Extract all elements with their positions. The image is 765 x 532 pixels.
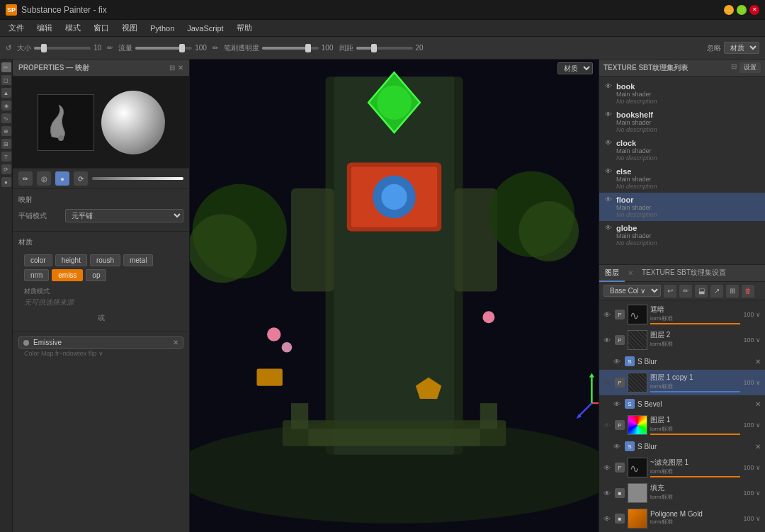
tool-select[interactable]: ◈: [1, 101, 11, 111]
layer-name-blur1: S Blur: [638, 358, 752, 366]
tab-layers[interactable]: 图层: [599, 265, 625, 282]
menu-mode[interactable]: 模式: [60, 21, 86, 35]
swatch-metal[interactable]: metal: [123, 254, 153, 266]
menu-file[interactable]: 文件: [3, 21, 30, 35]
eye-icon-floor[interactable]: 👁: [605, 196, 612, 203]
tool-text[interactable]: T: [1, 152, 11, 162]
minimize-button[interactable]: —: [724, 5, 734, 15]
layer-item-blur1[interactable]: 👁 S S Blur ✕: [599, 353, 765, 370]
tool-paint[interactable]: ✏: [1, 62, 11, 72]
size-slider[interactable]: 10: [34, 44, 101, 52]
menu-window[interactable]: 窗口: [88, 21, 115, 35]
tool-btn-circle[interactable]: ◎: [37, 171, 51, 186]
eye-icon-bookshelf[interactable]: 👁: [605, 111, 612, 118]
swatch-nrm[interactable]: nrm: [24, 269, 49, 281]
layer-eye-1[interactable]: 👁: [604, 421, 612, 429]
texset-book-desc: No description: [616, 98, 759, 105]
spacing-slider[interactable]: 20: [356, 44, 424, 52]
properties-lock-icon[interactable]: ⊟: [169, 64, 175, 72]
layer-eye-blur2[interactable]: 👁: [613, 443, 622, 451]
swatch-height[interactable]: height: [55, 254, 87, 266]
effect-close-blur1[interactable]: ✕: [755, 358, 761, 366]
flow-slider[interactable]: 100: [135, 44, 207, 52]
layer-item-copy1[interactable]: 👁 P 图层 1 copy 1 lorm标准 100 ∨: [599, 370, 765, 395]
tab-texset-settings[interactable]: TEXTURE SBT纹理集设置: [636, 265, 732, 282]
tool-icons-row: ✏ ◎ ● ⟳: [13, 169, 189, 189]
eye-icon-clock[interactable]: 👁: [605, 139, 612, 147]
tool-clone[interactable]: ⊕: [1, 126, 11, 136]
tool-fill[interactable]: ▲: [1, 88, 11, 98]
swatch-emiss[interactable]: emiss: [52, 269, 83, 281]
flat-mode-select[interactable]: 元平铺: [65, 209, 183, 222]
layers-duplicate-btn[interactable]: ⊞: [726, 285, 739, 298]
layer-item-fill[interactable]: 👁 ■ 填充 lorm标准 100 ∨: [599, 480, 765, 506]
layer-item-zhezan[interactable]: 👁 P ∿ 遮暗 lorm标准 100 ∨: [599, 302, 765, 327]
tool-opacity-slider[interactable]: [92, 177, 183, 180]
layer-eye-fill[interactable]: 👁: [604, 489, 612, 497]
texset-item-else[interactable]: 👁 else Main shader No description: [599, 164, 765, 193]
layers-delete-btn[interactable]: 🗑: [742, 285, 754, 298]
tool-btn-refresh[interactable]: ⟳: [74, 171, 88, 186]
layer-mode-copy1: lorm标准: [650, 383, 740, 390]
layers-group-btn[interactable]: ↗: [710, 285, 723, 298]
swatch-roush[interactable]: roush: [90, 254, 120, 266]
menu-help[interactable]: 帮助: [231, 21, 258, 35]
tool-3d[interactable]: ●: [1, 177, 11, 187]
layer-item-bevel[interactable]: 👁 S S Bevel ✕: [599, 395, 765, 412]
viewport: 材质: [190, 60, 599, 532]
menu-python[interactable]: Python: [144, 23, 180, 34]
layers-channel-select[interactable]: Base Col ∨: [604, 285, 661, 297]
layer-eye-filter1[interactable]: 👁: [604, 464, 612, 472]
layer-item-1[interactable]: 👁 P 图层 1 lorm标准 100 ∨: [599, 412, 765, 438]
layers-add-paint-btn[interactable]: ↩: [664, 285, 676, 298]
mat-type-select[interactable]: 材质: [724, 42, 759, 54]
pen-trans-slider[interactable]: 100: [262, 44, 334, 52]
eye-icon-globe[interactable]: 👁: [605, 224, 612, 232]
eye-icon-else[interactable]: 👁: [605, 167, 612, 175]
layer-eye-gold[interactable]: 👁: [604, 515, 612, 523]
layer-item-filter1[interactable]: 👁 F ∿ ~滤充图层 1 lorm标准 100 ∨: [599, 455, 765, 480]
tool-erase[interactable]: ◻: [1, 75, 11, 85]
effect-close-blur2[interactable]: ✕: [755, 443, 761, 451]
menu-javascript[interactable]: JavaScript: [181, 23, 229, 34]
swatch-color[interactable]: color: [24, 254, 52, 266]
emissive-close-icon[interactable]: ✕: [173, 339, 178, 346]
layer-item-blur2[interactable]: 👁 S S Blur ✕: [599, 438, 765, 455]
texset-item-bookshelf[interactable]: 👁 bookshelf Main shader No description: [599, 108, 765, 136]
layer-eye-copy1[interactable]: 👁: [604, 379, 612, 387]
layer-item-gold[interactable]: 👁 ■ Poligone M Gold lorm标准 100 ∨: [599, 506, 765, 531]
close-button[interactable]: ✕: [749, 5, 759, 15]
tool-btn-pencil[interactable]: ✏: [18, 171, 33, 186]
viewport-mat-select[interactable]: 材质: [557, 62, 593, 74]
layer-name-gold: Poligone M Gold: [650, 510, 740, 518]
eye-icon-book[interactable]: 👁: [605, 82, 612, 90]
texset-item-clock[interactable]: 👁 clock Main shader No description: [599, 136, 765, 164]
effect-close-bevel[interactable]: ✕: [755, 400, 761, 408]
layers-add-btn[interactable]: ⬓: [695, 285, 708, 298]
tool-smudge[interactable]: ∿: [1, 113, 11, 123]
tool-btn-dot[interactable]: ●: [55, 171, 69, 186]
texset-item-floor[interactable]: 👁 floor Main shader No description: [599, 193, 765, 221]
layer-eye-blur1[interactable]: 👁: [613, 358, 622, 366]
maximize-button[interactable]: □: [737, 5, 747, 15]
pen-icon2: ✏: [212, 44, 218, 52]
menu-edit[interactable]: 编辑: [31, 21, 58, 35]
layers-add-fill-btn[interactable]: ✏: [679, 285, 692, 298]
texset-item-book[interactable]: 👁 book Main shader No description: [599, 79, 765, 108]
swatch-op[interactable]: op: [86, 269, 106, 281]
layer-eye-icon[interactable]: 👁: [604, 311, 612, 319]
menu-view[interactable]: 视图: [116, 21, 143, 35]
tool-anchor[interactable]: ⊞: [1, 139, 11, 149]
texset-settings-btn[interactable]: 设置: [740, 62, 761, 73]
layer-bar-2: [650, 349, 740, 350]
layer-eye-icon-2[interactable]: 👁: [604, 336, 612, 344]
properties-close-icon[interactable]: ✕: [178, 64, 183, 72]
layer-item-2[interactable]: 👁 P 图层 2 lorm标准 100 ∨: [599, 327, 765, 353]
texset-pin-icon[interactable]: ⊟: [731, 62, 737, 73]
texset-item-globe[interactable]: 👁 globe Main shader No description: [599, 221, 765, 249]
layer-eye-bevel[interactable]: 👁: [613, 400, 622, 408]
tool-morph[interactable]: ⟳: [1, 164, 11, 174]
texset-item-else-content: else Main shader No description: [616, 167, 759, 190]
layer-mode-2: lorm标准: [650, 340, 740, 348]
viewport-canvas[interactable]: 材质: [190, 60, 599, 532]
